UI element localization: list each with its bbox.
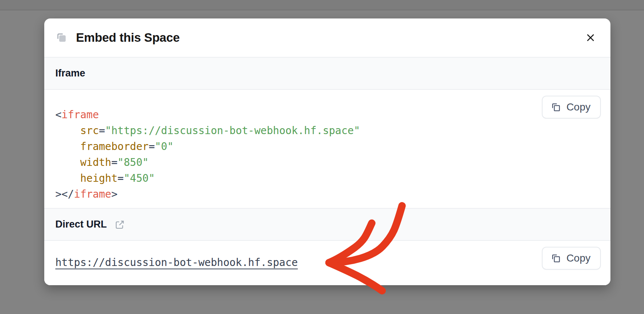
modal-title: Embed this Space <box>76 31 180 45</box>
modal-header: Embed this Space <box>44 18 610 57</box>
iframe-embed-code: <iframe src="https://discussion-bot-webh… <box>44 90 610 202</box>
copy-url-label: Copy <box>567 252 591 264</box>
iframe-code-section: <iframe src="https://discussion-bot-webh… <box>44 90 610 208</box>
embed-space-modal: Embed this Space Iframe <iframe src="htt… <box>44 18 610 285</box>
embed-copy-icon <box>55 31 68 44</box>
direct-url-section: https://discussion-bot-webhook.hf.space … <box>44 241 610 285</box>
direct-url-heading: Direct URL <box>55 219 107 230</box>
external-link-icon[interactable] <box>114 219 125 230</box>
copy-iframe-button[interactable]: Copy <box>542 96 601 119</box>
close-icon <box>584 31 597 44</box>
copy-icon <box>550 102 562 113</box>
copy-iframe-label: Copy <box>567 101 591 113</box>
copy-url-button[interactable]: Copy <box>542 247 601 270</box>
iframe-section-header: Iframe <box>44 57 610 90</box>
close-button[interactable] <box>582 30 599 46</box>
direct-url-section-header: Direct URL <box>44 208 610 241</box>
copy-icon <box>550 253 562 264</box>
dimmed-page-header <box>0 0 644 10</box>
direct-url-link[interactable]: https://discussion-bot-webhook.hf.space <box>55 256 298 269</box>
iframe-heading: Iframe <box>55 68 85 79</box>
